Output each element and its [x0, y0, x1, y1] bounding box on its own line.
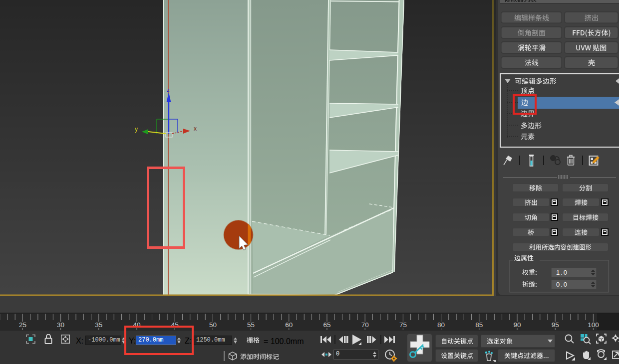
- svg-text:75: 75: [399, 321, 407, 329]
- svg-text:85: 85: [475, 321, 483, 329]
- svg-text:30: 30: [57, 321, 64, 329]
- svg-text:60: 60: [285, 321, 293, 329]
- svg-text:50: 50: [209, 321, 217, 329]
- svg-text:y: y: [135, 126, 138, 133]
- svg-text:70: 70: [361, 321, 369, 329]
- svg-text:95: 95: [552, 321, 559, 329]
- svg-text:65: 65: [323, 321, 330, 329]
- svg-text:35: 35: [95, 321, 102, 329]
- svg-text:55: 55: [247, 321, 255, 329]
- svg-text:25: 25: [19, 321, 26, 329]
- svg-text:x: x: [194, 125, 197, 132]
- svg-text:90: 90: [513, 321, 521, 329]
- svg-text:80: 80: [437, 321, 445, 329]
- svg-text:100: 100: [588, 321, 599, 329]
- svg-text:z: z: [167, 87, 170, 93]
